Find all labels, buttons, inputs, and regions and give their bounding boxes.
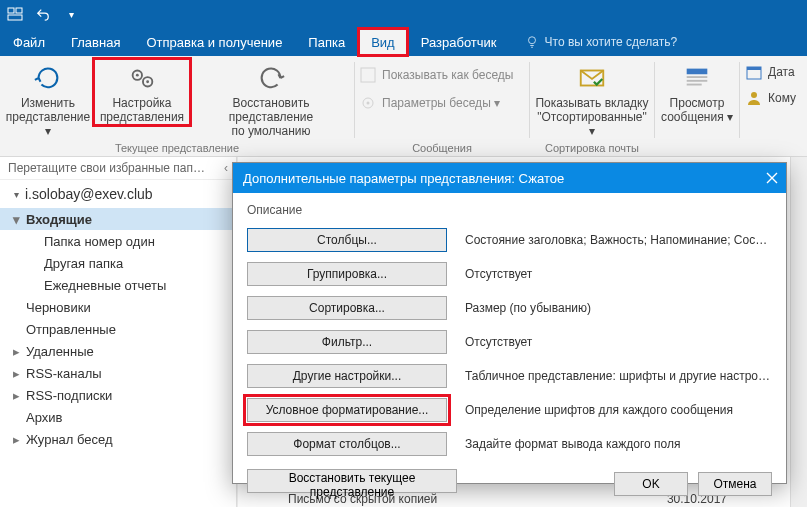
- menu-bar: Файл Главная Отправка и получение Папка …: [0, 28, 807, 56]
- tell-me-label: Что вы хотите сделать?: [545, 35, 678, 49]
- dialog-option-desc: Задайте формат вывода каждого поля: [465, 437, 772, 451]
- twisty-icon[interactable]: ▾: [8, 212, 24, 227]
- tab-folder[interactable]: Папка: [295, 28, 358, 56]
- folder-node[interactable]: Отправленные: [0, 318, 236, 340]
- chevron-down-icon: ▾: [14, 189, 19, 200]
- arrange-to-label: Кому: [768, 91, 796, 105]
- folder-node[interactable]: Папка номер один: [0, 230, 236, 252]
- svg-rect-15: [687, 84, 702, 86]
- dialog-row: Другие настройки...Табличное представлен…: [247, 359, 772, 393]
- dialog-option-button[interactable]: Фильтр...: [247, 330, 447, 354]
- reset-current-view-button[interactable]: Восстановить текущее представление: [247, 469, 457, 493]
- folder-tree: ▾ВходящиеПапка номер одинДругая папкаЕже…: [0, 208, 236, 507]
- svg-point-7: [146, 80, 149, 83]
- folder-node[interactable]: Другая папка: [0, 252, 236, 274]
- dialog-option-button[interactable]: Сортировка...: [247, 296, 447, 320]
- folder-node[interactable]: Черновики: [0, 296, 236, 318]
- reset-icon: [255, 62, 287, 94]
- undo-icon[interactable]: [34, 5, 52, 23]
- cancel-button[interactable]: Отмена: [698, 472, 772, 496]
- reset-view-button[interactable]: Восстановить представление по умолчанию: [189, 60, 353, 138]
- group-label-currentview: Текущее представление: [2, 140, 352, 156]
- view-settings-button[interactable]: Настройка представления: [95, 60, 189, 124]
- folder-label: Черновики: [24, 300, 91, 315]
- folder-node[interactable]: ▸Удаленные: [0, 340, 236, 362]
- folder-node[interactable]: ▸RSS-подписки: [0, 384, 236, 406]
- dialog-option-button[interactable]: Столбцы...: [247, 228, 447, 252]
- app-icon: [6, 5, 24, 23]
- dialog-option-button[interactable]: Группировка...: [247, 262, 447, 286]
- scrollbar[interactable]: [790, 157, 807, 507]
- gears-icon: [126, 62, 158, 94]
- tab-developer[interactable]: Разработчик: [408, 28, 510, 56]
- arrange-by-column: Дата Кому: [740, 56, 802, 156]
- tab-file[interactable]: Файл: [0, 28, 58, 56]
- show-as-conversations-label: Показывать как беседы: [382, 68, 513, 82]
- dialog-titlebar: Дополнительные параметры представления: …: [233, 163, 786, 193]
- dialog-option-button[interactable]: Условное форматирование...: [247, 398, 447, 422]
- svg-rect-2: [8, 15, 22, 20]
- focused-inbox-button[interactable]: Показывать вкладку "Отсортированные" ▾: [531, 60, 653, 138]
- svg-rect-13: [687, 76, 708, 78]
- folder-label: Архив: [24, 410, 62, 425]
- folder-node[interactable]: ▸RSS-каналы: [0, 362, 236, 384]
- twisty-icon[interactable]: ▸: [8, 388, 24, 403]
- folder-label: Ежедневные отчеты: [42, 278, 166, 293]
- preview-icon: [681, 62, 713, 94]
- tab-sendreceive[interactable]: Отправка и получение: [133, 28, 295, 56]
- chevron-left-icon[interactable]: ‹: [224, 161, 228, 175]
- message-preview-button[interactable]: Просмотр сообщения ▾: [656, 60, 738, 124]
- folder-label: Другая папка: [42, 256, 123, 271]
- twisty-icon[interactable]: ▸: [8, 344, 24, 359]
- dialog-option-desc: Отсутствует: [465, 267, 772, 281]
- arrange-by-to[interactable]: Кому: [746, 88, 796, 108]
- account-header[interactable]: ▾ i.solobay@exev.club: [0, 180, 236, 208]
- change-view-button[interactable]: Изменить представление ▾: [1, 60, 95, 138]
- show-as-conversations-checkbox: Показывать как беседы: [360, 64, 513, 86]
- conversation-settings-button: Параметры беседы ▾: [360, 92, 500, 114]
- dialog-option-button[interactable]: Другие настройки...: [247, 364, 447, 388]
- qat-more-icon[interactable]: ▾: [62, 5, 80, 23]
- dialog-option-desc: Определение шрифтов для каждого сообщени…: [465, 403, 772, 417]
- refresh-icon: [32, 62, 64, 94]
- group-label-sort: Сортировка почты: [532, 140, 652, 156]
- account-label: i.solobay@exev.club: [25, 186, 153, 202]
- folder-node[interactable]: Ежедневные отчеты: [0, 274, 236, 296]
- arrange-by-date[interactable]: Дата: [746, 62, 796, 82]
- dialog-title: Дополнительные параметры представления: …: [243, 171, 564, 186]
- folder-node[interactable]: ▾Входящие: [0, 208, 236, 230]
- folder-label: Удаленные: [24, 344, 94, 359]
- tell-me[interactable]: Что вы хотите сделать?: [525, 28, 678, 56]
- svg-rect-1: [16, 8, 22, 13]
- calendar-icon: [746, 64, 762, 80]
- folder-node[interactable]: ▸Журнал бесед: [0, 428, 236, 450]
- twisty-icon[interactable]: ▸: [8, 366, 24, 381]
- dialog-option-button[interactable]: Формат столбцов...: [247, 432, 447, 456]
- checkbox-icon: [360, 67, 376, 83]
- twisty-icon[interactable]: ▸: [8, 432, 24, 447]
- ok-button[interactable]: OK: [614, 472, 688, 496]
- group-label-messages: Сообщения: [357, 140, 527, 156]
- folder-label: Журнал бесед: [24, 432, 113, 447]
- tab-view[interactable]: Вид: [358, 28, 408, 56]
- dialog-close-button[interactable]: [758, 163, 786, 193]
- tab-home[interactable]: Главная: [58, 28, 133, 56]
- folder-node[interactable]: Архив: [0, 406, 236, 428]
- dialog-option-desc: Табличное представление: шрифты и другие…: [465, 369, 772, 383]
- favorites-bar[interactable]: Перетащите свои избранные пап… ‹: [0, 157, 236, 180]
- message-preview-label: Просмотр сообщения ▾: [661, 96, 733, 124]
- ribbon: Изменить представление ▾ Настройка предс…: [0, 56, 807, 157]
- dialog-row: Условное форматирование...Определение шр…: [247, 393, 772, 427]
- close-icon: [766, 172, 778, 184]
- advanced-view-settings-dialog: Дополнительные параметры представления: …: [232, 162, 787, 484]
- svg-point-3: [528, 37, 535, 44]
- arrange-date-label: Дата: [768, 65, 795, 79]
- focused-inbox-label: Показывать вкладку "Отсортированные" ▾: [533, 96, 651, 138]
- dialog-row: Фильтр...Отсутствует: [247, 325, 772, 359]
- favorites-placeholder: Перетащите свои избранные пап…: [8, 161, 224, 175]
- gear-icon: [360, 95, 376, 111]
- dialog-row: Формат столбцов...Задайте формат вывода …: [247, 427, 772, 461]
- svg-rect-12: [687, 69, 708, 75]
- folder-label: Входящие: [24, 212, 92, 227]
- folder-label: Отправленные: [24, 322, 116, 337]
